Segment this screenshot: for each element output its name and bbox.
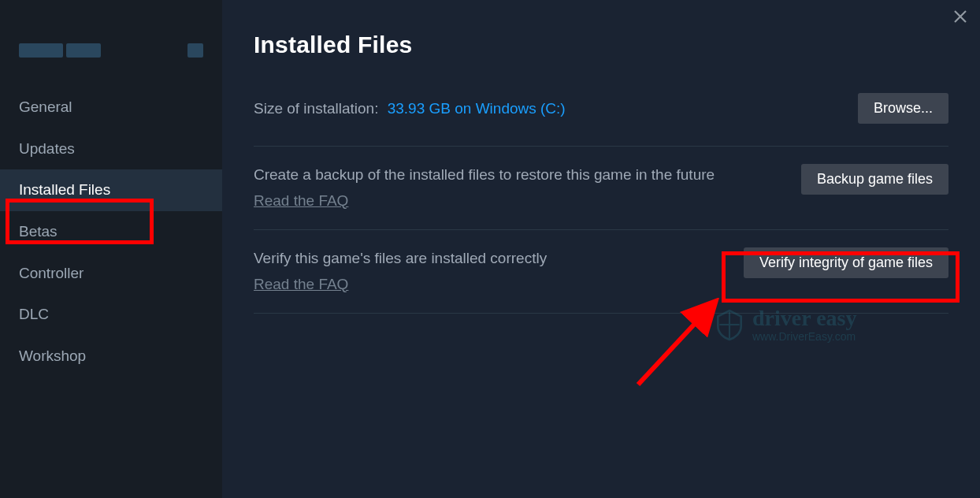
content-panel: Installed Files Size of installation: 33… [222, 0, 980, 498]
size-row: Size of installation: 33.93 GB on Window… [254, 93, 948, 147]
backup-row: Create a backup of the installed files t… [254, 147, 948, 230]
verify-integrity-button[interactable]: Verify integrity of game files [744, 247, 948, 278]
browse-button[interactable]: Browse... [858, 93, 948, 124]
backup-text: Create a backup of the installed files t… [254, 166, 715, 183]
page-title: Installed Files [254, 32, 948, 58]
verify-text: Verify this game's files are installed c… [254, 250, 547, 266]
verify-row: Verify this game's files are installed c… [254, 230, 948, 314]
sidebar-item-installed-files[interactable]: Installed Files [0, 169, 222, 211]
sidebar-item-general[interactable]: General [0, 87, 222, 128]
close-icon [953, 9, 967, 24]
size-label-text: Size of installation: [254, 100, 378, 117]
sidebar-item-betas[interactable]: Betas [0, 211, 222, 253]
sidebar-item-dlc[interactable]: DLC [0, 294, 222, 336]
game-title-placeholder [19, 41, 203, 60]
sidebar: General Updates Installed Files Betas Co… [0, 0, 222, 498]
verify-description: Verify this game's files are installed c… [254, 247, 712, 295]
backup-game-files-button[interactable]: Backup game files [801, 164, 948, 195]
size-value-link[interactable]: 33.93 GB on Windows (C:) [388, 100, 566, 117]
backup-description: Create a backup of the installed files t… [254, 164, 770, 212]
sidebar-item-updates[interactable]: Updates [0, 128, 222, 170]
verify-faq-link[interactable]: Read the FAQ [254, 273, 348, 296]
backup-faq-link[interactable]: Read the FAQ [254, 190, 348, 213]
sidebar-item-workshop[interactable]: Workshop [0, 336, 222, 377]
close-button[interactable] [952, 8, 969, 25]
size-of-installation: Size of installation: 33.93 GB on Window… [254, 100, 566, 117]
sidebar-item-controller[interactable]: Controller [0, 253, 222, 295]
